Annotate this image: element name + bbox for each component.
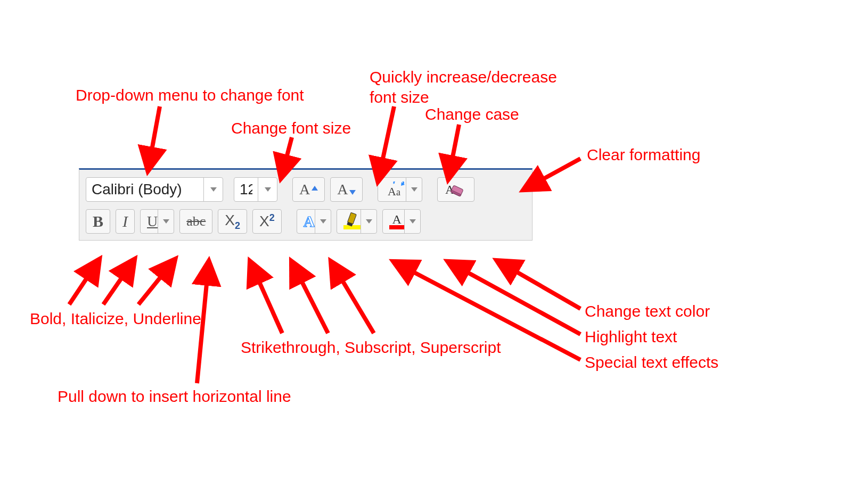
superscript-icon: X2	[259, 212, 275, 230]
shrink-font-icon: A	[337, 181, 356, 198]
font-toolbar-row-2: B I U abc X2 X2 A	[86, 209, 526, 234]
underline-button[interactable]: U	[140, 209, 174, 234]
font-size-dropdown[interactable]	[258, 178, 277, 201]
svg-line-15	[497, 261, 580, 309]
bold-icon: B	[93, 213, 103, 229]
italic-icon: I	[122, 213, 128, 229]
svg-line-8	[69, 260, 99, 304]
font-size-combo[interactable]	[234, 177, 277, 202]
svg-line-9	[103, 260, 134, 304]
highlight-dropdown[interactable]	[361, 210, 376, 233]
highlight-icon	[343, 213, 361, 229]
font-color-dropdown[interactable]	[404, 210, 420, 233]
change-case-A: A	[388, 185, 396, 197]
grow-font-button[interactable]: A	[292, 177, 325, 202]
grow-font-icon: A	[299, 181, 318, 198]
superscript-button[interactable]: X2	[252, 209, 282, 234]
callout-clear-fmt: Clear formatting	[587, 145, 700, 165]
svg-line-3	[148, 106, 160, 170]
font-name-combo[interactable]	[86, 177, 223, 202]
callout-quick-size: Quickly increase/decrease font size	[370, 67, 557, 107]
text-effects-button[interactable]: A	[297, 209, 332, 234]
strikethrough-icon: abc	[186, 214, 206, 228]
change-case-dropdown[interactable]	[406, 178, 422, 201]
text-effects-dropdown[interactable]	[315, 210, 331, 233]
font-toolbar-row-1: A A A a	[86, 177, 526, 202]
font-color-icon: A	[389, 213, 404, 229]
svg-line-16	[448, 262, 580, 334]
clear-formatting-icon: A	[444, 181, 468, 198]
clear-formatting-button[interactable]: A	[437, 177, 474, 202]
bold-button[interactable]: B	[86, 209, 110, 234]
italic-button[interactable]: I	[116, 209, 135, 234]
callout-text-color: Change text color	[585, 301, 710, 321]
subscript-button[interactable]: X2	[218, 209, 247, 234]
callout-effects: Special text effects	[585, 352, 718, 373]
svg-line-12	[250, 262, 282, 333]
underline-icon: U	[147, 214, 158, 229]
callout-change-case: Change case	[425, 104, 519, 125]
shrink-font-button[interactable]: A	[330, 177, 363, 202]
callout-hline: Pull down to insert horizontal line	[58, 386, 291, 407]
font-size-input[interactable]	[234, 181, 258, 198]
change-case-button[interactable]: A a	[378, 177, 422, 202]
change-case-icon: A a	[384, 182, 406, 197]
strikethrough-button[interactable]: abc	[179, 209, 212, 234]
callout-highlight: Highlight text	[585, 327, 677, 347]
underline-dropdown[interactable]	[158, 210, 174, 233]
font-name-input[interactable]	[86, 181, 203, 198]
svg-line-10	[138, 260, 175, 304]
svg-line-13	[292, 262, 328, 333]
subscript-icon: X2	[225, 212, 240, 232]
callout-font-menu: Drop-down menu to change font	[76, 85, 304, 105]
change-case-a: a	[396, 187, 400, 197]
callout-strike-sub-sup: Strikethrough, Subscript, Superscript	[241, 337, 501, 358]
font-name-dropdown[interactable]	[203, 178, 223, 201]
font-color-button[interactable]: A	[382, 209, 421, 234]
text-effects-icon: A	[304, 212, 315, 230]
svg-line-14	[331, 262, 374, 333]
highlight-button[interactable]	[337, 209, 377, 234]
callout-font-size: Change font size	[231, 118, 351, 138]
font-toolbar: A A A a	[79, 168, 533, 241]
callout-biu: Bold, Italicize, Underline	[30, 309, 201, 329]
